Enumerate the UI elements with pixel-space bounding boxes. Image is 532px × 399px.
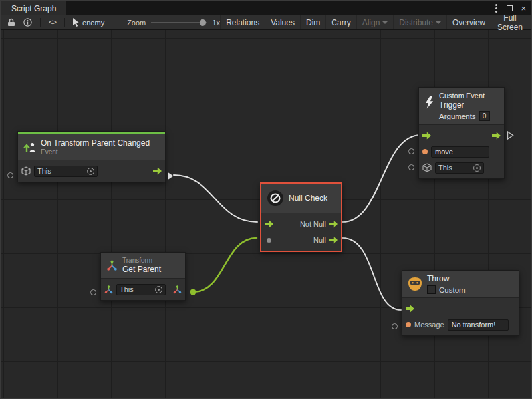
dim-button[interactable]: Dim — [300, 15, 325, 29]
custom-checkbox-label: Custom — [439, 286, 466, 294]
flow-input-port[interactable] — [406, 305, 414, 313]
node-custom-event[interactable]: Custom Event Trigger Arguments 0 move — [418, 87, 505, 179]
node-null-check[interactable]: Null Check Not Null Null — [260, 182, 342, 252]
output-label-not-null: Not Null — [300, 220, 326, 228]
carry-button[interactable]: Carry — [325, 15, 356, 29]
transform-axis-icon — [106, 260, 118, 271]
node-get-parent[interactable]: Transform Get Parent This — [100, 252, 186, 301]
flow-input-port[interactable] — [265, 221, 273, 228]
close-icon[interactable]: × — [521, 4, 526, 13]
value-input-dot-port[interactable] — [422, 149, 428, 154]
toolbar-separator — [40, 18, 41, 27]
code-view-icon[interactable]: <> — [45, 15, 60, 29]
flow-output-port[interactable] — [153, 168, 162, 175]
value-input-port[interactable] — [7, 172, 13, 178]
wire-green-endpoint — [190, 289, 196, 295]
zoom-value: 1x — [213, 19, 221, 27]
wire-start-triangle-icon — [167, 172, 174, 180]
gameobject-cube-icon — [21, 166, 31, 176]
graph-name-label: enemy — [82, 19, 104, 27]
target-dropdown-value: This — [37, 167, 51, 175]
object-picker-icon[interactable] — [155, 286, 162, 293]
message-label: Message — [414, 321, 444, 329]
lock-icon[interactable] — [3, 15, 19, 29]
value-input-port[interactable] — [408, 164, 414, 170]
value-input-dot-port[interactable] — [267, 238, 271, 243]
wire-event-to-nullcheck[interactable] — [174, 175, 257, 222]
tab-spacer — [66, 1, 494, 15]
flow-output-port-null[interactable] — [329, 237, 338, 244]
node-subtitle: Event — [41, 148, 150, 156]
arguments-count-field[interactable]: 0 — [479, 111, 490, 121]
target-dropdown-value: This — [120, 285, 134, 293]
zoom-slider-knob[interactable] — [200, 19, 206, 26]
tab-script-graph[interactable]: Script Graph — [1, 1, 66, 15]
graph-toolbar: <> enemy Zoom 1x Relations Values Dim Ca… — [1, 15, 531, 30]
node-title: Null Check — [289, 194, 327, 203]
output-label-null: Null — [313, 236, 326, 244]
event-name-field[interactable]: move — [431, 146, 489, 158]
node-title: Throw — [427, 274, 466, 283]
maximize-icon[interactable] — [507, 5, 513, 11]
chevron-down-icon — [436, 21, 441, 24]
object-picker-icon[interactable] — [87, 168, 94, 175]
transform-axis-icon — [104, 285, 113, 294]
zoom-label: Zoom — [127, 19, 146, 27]
custom-event-lightning-icon — [424, 96, 434, 109]
align-button: Align — [356, 15, 394, 29]
message-field[interactable]: No transform! — [448, 319, 509, 331]
transform-parent-changed-icon — [23, 142, 36, 153]
node-title: Get Parent — [122, 265, 161, 274]
node-throw[interactable]: Throw Custom Message No transform! — [402, 270, 519, 336]
wire-getparent-to-nullcheck[interactable] — [194, 238, 257, 292]
transform-output-port[interactable] — [173, 285, 182, 294]
chevron-down-icon — [382, 21, 388, 24]
target-dropdown-value: This — [438, 164, 452, 172]
custom-checkbox[interactable] — [427, 285, 436, 294]
wire-start-triangle-outline-icon — [507, 131, 514, 140]
tab-bar: Script Graph × — [1, 1, 531, 15]
value-input-port[interactable] — [392, 323, 398, 329]
graph-canvas[interactable]: On Transform Parent Changed Event This — [1, 30, 531, 398]
node-title: Custom Event — [439, 92, 490, 100]
node-subtitle: Trigger — [439, 100, 490, 110]
target-dropdown[interactable]: This — [34, 166, 98, 177]
flow-output-port[interactable] — [492, 132, 501, 140]
full-screen-button[interactable]: Full Screen — [491, 15, 529, 29]
cursor-icon — [68, 15, 80, 29]
target-dropdown[interactable]: This — [116, 284, 166, 295]
zoom-slider-track[interactable] — [151, 22, 207, 23]
zoom-slider[interactable] — [151, 18, 207, 27]
overview-button[interactable]: Overview — [446, 15, 491, 29]
tab-label: Script Graph — [11, 4, 56, 13]
flow-input-port[interactable] — [422, 132, 431, 140]
menu-kebab-icon[interactable] — [495, 7, 497, 9]
flow-output-port-not-null[interactable] — [329, 221, 338, 228]
distribute-button: Distribute — [393, 15, 446, 29]
value-input-dot-port[interactable] — [406, 322, 411, 327]
relations-button[interactable]: Relations — [220, 15, 265, 29]
values-button[interactable]: Values — [265, 15, 300, 29]
null-check-icon — [267, 190, 284, 207]
script-graph-window: Script Graph × <> enemy Zoom 1x — [0, 0, 532, 399]
value-input-port[interactable] — [90, 289, 96, 295]
target-dropdown[interactable]: This — [435, 162, 484, 174]
node-on-transform-parent-changed[interactable]: On Transform Parent Changed Event This — [17, 131, 166, 182]
throw-exception-icon — [408, 277, 422, 291]
wire-null-to-throw[interactable] — [342, 238, 401, 310]
toolbar-separator — [64, 18, 65, 27]
arguments-label: Arguments — [439, 112, 476, 120]
node-category: Transform — [122, 257, 161, 264]
info-icon[interactable] — [19, 15, 36, 29]
toolbar-buttons: Relations Values Dim Carry Align Distrib… — [220, 15, 529, 29]
node-title: On Transform Parent Changed — [41, 138, 150, 148]
value-input-port[interactable] — [408, 148, 414, 154]
object-picker-icon[interactable] — [473, 164, 481, 172]
gameobject-cube-icon — [422, 163, 432, 172]
